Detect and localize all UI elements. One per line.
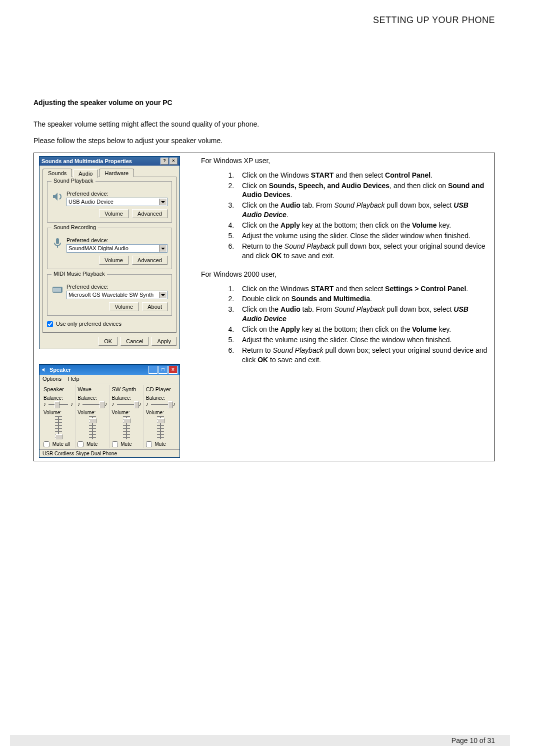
ok-button[interactable]: OK (98, 337, 118, 346)
svg-rect-3 (58, 288, 58, 292)
midi-about-button[interactable]: About (142, 302, 168, 311)
step-item: Click on the Apply key at the bottom; th… (236, 221, 488, 230)
mute-checkbox[interactable] (112, 441, 118, 447)
dropdown-arrow-icon (159, 245, 166, 252)
playback-device-value: USB Audio Device (68, 199, 114, 205)
step-item: Click on the Windows START and then sele… (236, 171, 488, 180)
mute-checkbox[interactable] (78, 441, 84, 447)
microphone-icon (52, 237, 64, 249)
volume-knob[interactable] (124, 418, 130, 423)
balance-knob[interactable] (54, 401, 60, 408)
volume-knob[interactable] (90, 418, 96, 423)
w2k-heading: For Windows 2000 user, (201, 270, 488, 279)
recording-device-select[interactable]: SoundMAX Digital Audio (66, 244, 168, 253)
midi-icon (52, 284, 64, 296)
playback-device-select[interactable]: USB Audio Device (66, 198, 168, 206)
balance-label: Balance: (112, 395, 142, 401)
volume-slider[interactable] (123, 416, 130, 439)
volume-slider[interactable] (89, 416, 96, 439)
maximize-button[interactable]: □ (158, 366, 168, 374)
mute-label: Mute (86, 441, 98, 447)
step-item: Adjust the volume using the slider. Clos… (236, 335, 488, 345)
dialog-title: Sounds and Multimedia Properties (42, 158, 132, 164)
speaker-left-icon: ♪ (146, 401, 148, 407)
midi-device-select[interactable]: Microsoft GS Wavetable SW Synth (66, 291, 168, 299)
volume-slider[interactable] (157, 416, 164, 439)
help-button[interactable]: ? (160, 158, 168, 165)
mute-checkbox[interactable] (44, 441, 50, 447)
step-item: Click on Sounds, Speech, and Audio Devic… (236, 181, 488, 200)
use-only-preferred-checkbox[interactable] (47, 321, 53, 327)
balance-slider[interactable]: ♪♪ (44, 402, 73, 407)
volume-knob[interactable] (56, 434, 62, 439)
playback-pref-label: Preferred device: (66, 191, 168, 197)
playback-volume-button[interactable]: Volume (99, 209, 128, 218)
balance-knob[interactable] (168, 401, 173, 408)
playback-advanced-button[interactable]: Advanced (132, 209, 168, 218)
step-item: Click on the Audio tab. From Sound Playb… (236, 201, 488, 220)
mixer-col-title: SW Synth (112, 386, 142, 392)
mute-label: Mute (155, 441, 166, 447)
balance-slider[interactable]: ♪♪ (78, 402, 107, 407)
cancel-button[interactable]: Cancel (120, 337, 148, 346)
step-item: Adjust the volume using the slider. Clos… (236, 231, 488, 241)
speaker-right-icon: ♪ (139, 401, 142, 407)
step-item: Click on the Windows START and then sele… (236, 284, 488, 294)
recording-volume-button[interactable]: Volume (99, 256, 128, 265)
content-columns: Sounds and Multimedia Properties ? × Sou… (34, 153, 495, 461)
midi-volume-button[interactable]: Volume (109, 302, 138, 311)
menu-options[interactable]: Options (42, 376, 62, 382)
balance-slider[interactable]: ♪♪ (112, 402, 142, 407)
balance-label: Balance: (78, 395, 107, 401)
midi-playback-legend: MIDI Music Playback (52, 271, 107, 277)
volume-knob[interactable] (158, 418, 164, 423)
use-only-preferred-row: Use only preferred devices (47, 321, 172, 327)
xp-heading: For Windows XP user, (201, 156, 488, 166)
minimize-button[interactable]: _ (148, 366, 158, 374)
balance-knob[interactable] (134, 401, 139, 408)
speaker-right-icon: ♪ (70, 401, 73, 407)
volume-slider[interactable] (55, 416, 62, 439)
instructions-column: For Windows XP user, Click on the Window… (198, 153, 494, 461)
svg-rect-4 (60, 288, 60, 292)
recording-advanced-button[interactable]: Advanced (132, 256, 168, 265)
mixer-status: USR Cordless Skype Dual Phone (40, 449, 180, 457)
mixer-column: SW SynthBalance:♪♪Volume: Mute (110, 385, 144, 448)
close-button[interactable]: × (168, 366, 178, 374)
midi-device-value: Microsoft GS Wavetable SW Synth (68, 292, 154, 298)
page-header: SETTING UP YOUR PHONE (34, 15, 540, 26)
mute-checkbox[interactable] (146, 441, 152, 447)
mixer-col-title: Speaker (44, 386, 73, 392)
menu-help[interactable]: Help (68, 376, 80, 382)
apply-button[interactable]: Apply (152, 337, 176, 346)
mixer-title: Speaker (50, 367, 71, 373)
dropdown-arrow-icon (159, 292, 166, 298)
svg-rect-2 (56, 288, 56, 292)
step-item: Click on the Apply key at the bottom; th… (236, 325, 488, 334)
step-item: Click on the Audio tab. From Sound Playb… (236, 305, 488, 324)
volume-mixer-window: Speaker _ □ × Options Help SpeakerBalanc… (39, 364, 180, 458)
mixer-titlebar: Speaker _ □ × (40, 365, 180, 375)
sound-playback-group: Sound Playback Preferred device: USB Aud… (47, 181, 172, 223)
mixer-menu: Options Help (40, 375, 180, 383)
tab-sounds[interactable]: Sounds (42, 169, 72, 177)
close-button[interactable]: × (170, 158, 178, 165)
tab-audio[interactable]: Audio (73, 169, 98, 178)
xp-steps-list: Click on the Windows START and then sele… (201, 171, 488, 261)
sound-playback-legend: Sound Playback (52, 178, 96, 184)
audio-tab-panel: Sound Playback Preferred device: USB Aud… (42, 177, 176, 333)
volume-label: Volume: (78, 410, 107, 415)
svg-rect-1 (54, 288, 54, 292)
tab-hardware[interactable]: Hardware (99, 169, 134, 177)
speaker-left-icon: ♪ (112, 401, 114, 407)
balance-slider[interactable]: ♪♪ (146, 402, 176, 407)
mixer-column: SpeakerBalance:♪♪Volume: Mute all (42, 385, 75, 448)
midi-playback-group: MIDI Music Playback Preferred device: Mi… (47, 274, 172, 316)
speaker-icon (52, 191, 64, 203)
intro-paragraph-1: The speaker volume setting might affect … (34, 120, 495, 129)
sound-recording-group: Sound Recording Preferred device: SoundM… (47, 228, 172, 269)
use-only-preferred-label: Use only preferred devices (56, 321, 122, 327)
screenshots-column: Sounds and Multimedia Properties ? × Sou… (34, 153, 185, 461)
recording-pref-label: Preferred device: (66, 237, 168, 243)
balance-knob[interactable] (100, 401, 104, 408)
